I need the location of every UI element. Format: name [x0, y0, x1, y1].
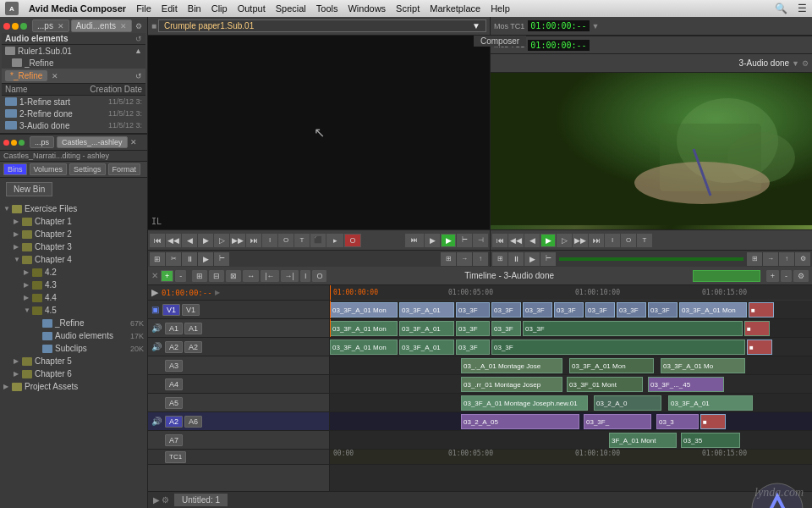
overwrite-btn[interactable]: O	[344, 234, 361, 247]
src-btn-f[interactable]: ⊞	[441, 252, 456, 266]
clip-a6-2[interactable]: 03_3F_	[584, 414, 651, 429]
rec-play[interactable]: ▶	[540, 234, 556, 247]
a2-track-btn[interactable]: A2	[165, 341, 183, 353]
status-play-icon[interactable]: ▶	[153, 495, 160, 505]
tree-4-3[interactable]: ▶ 4.3	[22, 279, 145, 291]
in-to-out-btn[interactable]: ▸	[326, 234, 343, 247]
a5-track-btn[interactable]: A5	[165, 397, 183, 409]
tree-chapter-3[interactable]: ▶ Chapter 3	[12, 240, 145, 253]
clip-a1-5[interactable]: 03_3F	[523, 321, 743, 336]
tc1-track-btn[interactable]: TC1	[165, 451, 186, 463]
src-play3-btn[interactable]: ▶	[441, 234, 456, 247]
src-play2-btn[interactable]: ▶	[425, 234, 440, 247]
bin-settings-icon[interactable]: ⚙	[135, 22, 142, 30]
rec-step-forward[interactable]: ▶▶	[573, 234, 588, 247]
tree-4-5[interactable]: ▼ 4.5	[22, 304, 145, 317]
rec-btn-b[interactable]: ⏸	[508, 252, 524, 266]
rec-step-back[interactable]: ◀◀	[508, 234, 524, 247]
rec-btn-e[interactable]: ⊞	[747, 252, 762, 266]
go-to-end-btn[interactable]: ⏭	[246, 234, 261, 247]
tl-settings[interactable]: ⚙	[793, 270, 809, 282]
rec-btn-h[interactable]: ⚙	[795, 252, 810, 266]
rec-mark-out[interactable]: O	[621, 234, 636, 247]
menu-clip[interactable]: Clip	[211, 3, 228, 14]
rec-prev[interactable]: ◀	[524, 234, 540, 247]
clip-a2-4[interactable]: 03_3F	[491, 340, 745, 355]
clip-a5-3[interactable]: 03_3F_A_01	[668, 395, 753, 411]
clip-a1-3[interactable]: 03_3F	[456, 321, 490, 336]
clip-v1-11[interactable]: ■	[749, 302, 774, 318]
menu-marketplace[interactable]: Marketplace	[430, 3, 480, 14]
menu-edit[interactable]: Edit	[162, 3, 178, 14]
refine-tab-label[interactable]: *_Refine	[5, 70, 47, 81]
tree-audio-elements[interactable]: Audio elements 17K	[32, 329, 145, 342]
clip-v1-4[interactable]: 03_3F	[491, 302, 521, 318]
timecode-expand-icon[interactable]: ▶	[215, 289, 220, 296]
mark-clip-btn[interactable]: T	[294, 234, 310, 247]
clip-a2-1[interactable]: 03_3F_A_01 Mon	[330, 340, 398, 355]
clip-v1-5[interactable]: 03_3F	[523, 302, 552, 318]
bin-item-3[interactable]: 3-Audio done 11/5/12 3:	[2, 119, 145, 131]
menu-bin[interactable]: Bin	[188, 3, 201, 14]
tree-4-4[interactable]: ▶ 4.4	[22, 291, 145, 304]
src-btn-d[interactable]: ▶	[198, 252, 213, 266]
tl-btn2[interactable]: ⊟	[209, 270, 224, 282]
source-monitor-btn[interactable]: ■	[151, 21, 156, 30]
clip-v1-2[interactable]: 03_3F_A_01	[399, 302, 454, 318]
clip-a1-2[interactable]: 03_3F_A_01	[399, 321, 454, 336]
project-tab-2[interactable]: Castles_...-ashley	[57, 136, 128, 148]
v1-track-btn[interactable]: V1	[162, 304, 180, 316]
clip-v1-3[interactable]: 03_3F	[456, 302, 490, 318]
tree-chapter-1[interactable]: ▶ Chapter 1	[12, 215, 145, 228]
tree-chapter-4[interactable]: ▼ Chapter 4	[12, 253, 145, 266]
tree-chapter-5[interactable]: ▶ Chapter 5	[12, 355, 145, 367]
bin-refresh-icon[interactable]: ↺	[135, 35, 142, 43]
clip-v1-9[interactable]: 03_3F	[648, 302, 678, 318]
a6-track-btn[interactable]: A2	[165, 416, 183, 428]
step-back-btn[interactable]: ◀◀	[166, 234, 181, 247]
refine-close[interactable]: ✕	[52, 72, 58, 80]
src-btn4[interactable]: ⊢	[457, 234, 472, 247]
clip-a7-1[interactable]: 3F_A_01 Mont	[609, 433, 677, 448]
clip-a5-1[interactable]: 03_3F_A_01 Montage Joseph.new.01	[461, 395, 588, 411]
a6-enable-btn[interactable]: A6	[184, 416, 202, 428]
next-frame-btn[interactable]: ▷	[214, 234, 229, 247]
new-bin-button[interactable]: New Bin	[6, 182, 52, 196]
mark-in-btn[interactable]: I	[262, 234, 277, 247]
tree-chapter-6[interactable]: ▶ Chapter 6	[12, 367, 145, 380]
play-btn[interactable]: ▶	[198, 234, 213, 247]
settings-tab[interactable]: Settings	[69, 163, 106, 175]
a3-track-btn[interactable]: A3	[165, 360, 183, 372]
clip-a1-6[interactable]: ■	[744, 321, 770, 336]
clip-a3-3[interactable]: 03_3F_A_01 Mo	[661, 358, 745, 373]
bin-tab-ps[interactable]: ...ps ✕	[32, 19, 69, 32]
clip-v1-1[interactable]: 03_3F_A_01 Mon	[330, 302, 398, 318]
tl-btn7[interactable]: I	[300, 270, 311, 282]
a7-track-btn[interactable]: A7	[165, 434, 183, 446]
volumes-tab[interactable]: Volumes	[30, 163, 68, 175]
v1-enable-btn[interactable]: V1	[182, 304, 200, 316]
src-btn-a[interactable]: ⊞	[150, 252, 165, 266]
rec-go-start[interactable]: ⏮	[492, 234, 508, 247]
status-tab-untitled[interactable]: Untitled: 1	[174, 494, 228, 506]
menu-tools[interactable]: Tools	[316, 3, 338, 14]
tree-chapter-2[interactable]: ▶ Chapter 2	[12, 228, 145, 240]
go-to-start-btn[interactable]: ⏮	[150, 234, 165, 247]
source-clip-dropdown[interactable]: Crumple paper1.Sub.01 ▼	[158, 19, 486, 32]
src-btn-h[interactable]: ↑	[473, 252, 488, 266]
tc-dropdown[interactable]: ▼	[592, 22, 600, 30]
tree-subclips[interactable]: Subclips 20K	[32, 342, 145, 355]
refine-settings[interactable]: ↺	[135, 72, 142, 80]
format-tab[interactable]: Format	[108, 163, 141, 175]
project-close-icon[interactable]: ✕	[130, 138, 137, 146]
src-btn-c[interactable]: ⏸	[182, 252, 197, 266]
tl-btn1[interactable]: ⊞	[192, 270, 207, 282]
tl-zoom-out[interactable]: -	[781, 270, 792, 282]
tl-btn3[interactable]: ⊠	[226, 270, 241, 282]
rec-btn-c[interactable]: ▶	[524, 252, 540, 266]
clip-a2-3[interactable]: 03_3F	[456, 340, 490, 355]
clip-v1-8[interactable]: 03_3F	[617, 302, 646, 318]
clip-a6-4[interactable]: ■	[700, 414, 726, 429]
menu-special[interactable]: Special	[276, 3, 306, 14]
ruler-item-2[interactable]: _Refine	[2, 57, 145, 69]
